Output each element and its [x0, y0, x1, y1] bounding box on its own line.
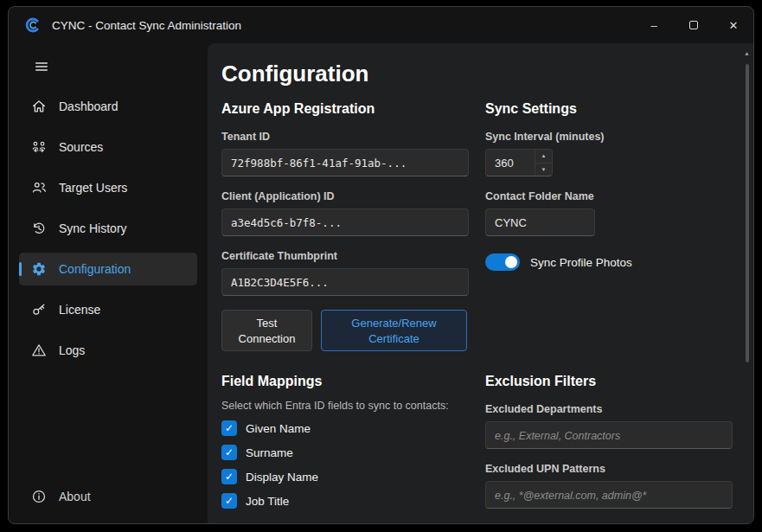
field-job-title[interactable]: ✓ Job Title [221, 491, 469, 510]
close-icon: ✕ [729, 19, 739, 32]
client-id-label: Client (Application) ID [221, 190, 469, 202]
check-icon: ✓ [225, 495, 234, 507]
certificate-thumbprint-label: Certificate Thumbprint [221, 250, 469, 262]
maximize-icon [689, 21, 698, 29]
toggle-knob [505, 256, 517, 268]
page-title: Configuration [221, 61, 731, 87]
field-surname[interactable]: ✓ Surname [221, 443, 469, 462]
section-field-mappings: Field Mappings Select which Entra ID fie… [221, 374, 469, 510]
maximize-button[interactable] [674, 7, 714, 43]
tenant-id-input[interactable] [221, 149, 469, 176]
check-icon: ✓ [225, 446, 234, 458]
checkbox-given-name[interactable]: ✓ [221, 420, 237, 436]
nav-menu: Dashboard Sources Target Users [9, 90, 208, 480]
checkbox-surname[interactable]: ✓ [221, 445, 237, 460]
sync-interval-value: 360 [486, 150, 535, 176]
warning-icon [31, 343, 47, 358]
section-heading: Sync Settings [485, 101, 733, 117]
checkbox-label: Job Title [246, 495, 289, 508]
people-arrows-icon [31, 139, 47, 155]
contact-folder-name-label: Contact Folder Name [485, 190, 733, 202]
excluded-upn-patterns-label: Excluded UPN Patterns [485, 463, 733, 475]
main-content: Configuration Azure App Registration Ten… [208, 43, 753, 523]
vertical-scrollbar[interactable]: ▲ [743, 48, 752, 518]
sidebar-item-label: License [59, 303, 100, 317]
scrollbar-thumb[interactable] [746, 64, 749, 362]
test-connection-button[interactable]: Test Connection [221, 310, 312, 351]
certificate-thumbprint-input[interactable] [221, 268, 469, 296]
checkbox-label: Surname [246, 446, 293, 459]
excluded-departments-input[interactable] [485, 421, 733, 449]
app-window: CYNC - Contact Sync Administration – ✕ [8, 6, 754, 524]
history-icon [31, 221, 47, 236]
sync-interval-stepper[interactable]: 360 ▲ ▼ [485, 149, 553, 176]
sidebar-item-target-users[interactable]: Target Users [19, 171, 197, 204]
key-icon [31, 302, 47, 317]
window-controls: – ✕ [634, 7, 753, 43]
field-mappings-list: ✓ Given Name ✓ Surname ✓ [221, 419, 469, 510]
sidebar-item-label: Dashboard [59, 99, 118, 113]
check-icon: ✓ [225, 471, 234, 483]
sidebar: Dashboard Sources Target Users [9, 43, 208, 523]
sidebar-item-about[interactable]: About [19, 480, 197, 513]
sidebar-item-license[interactable]: License [19, 293, 197, 326]
sidebar-item-label: Sources [59, 140, 103, 154]
hamburger-icon [34, 59, 49, 74]
sync-profile-photos-label: Sync Profile Photos [530, 256, 632, 269]
sidebar-item-dashboard[interactable]: Dashboard [19, 90, 197, 123]
section-heading: Field Mappings [221, 374, 469, 389]
checkbox-job-title[interactable]: ✓ [221, 493, 237, 509]
checkbox-label: Given Name [246, 422, 311, 435]
section-exclusion-filters: Exclusion Filters Excluded Departments E… [485, 374, 733, 509]
generate-renew-certificate-button[interactable]: Generate/Renew Certificate [321, 310, 467, 351]
caret-down-icon: ▼ [541, 167, 547, 172]
section-sync-settings: Sync Settings Sync Interval (minutes) 36… [485, 101, 733, 271]
tenant-id-label: Tenant ID [221, 131, 469, 143]
people-icon [31, 180, 47, 195]
sidebar-item-configuration[interactable]: Configuration [19, 253, 197, 285]
sidebar-item-label: Configuration [59, 262, 131, 276]
contact-folder-name-input[interactable] [485, 208, 595, 236]
sidebar-item-sources[interactable]: Sources [19, 131, 197, 163]
info-icon [31, 489, 47, 504]
checkbox-label: Display Name [246, 471, 318, 484]
window-title: CYNC - Contact Sync Administration [52, 19, 241, 32]
sidebar-item-label: Sync History [59, 221, 127, 235]
scroll-up-icon[interactable]: ▲ [744, 50, 750, 56]
sidebar-item-label: Logs [59, 343, 85, 357]
stepper-down-button[interactable]: ▼ [535, 163, 552, 176]
sidebar-item-label: Target Users [59, 181, 127, 195]
home-icon [31, 99, 47, 114]
sync-interval-label: Sync Interval (minutes) [485, 131, 733, 143]
stepper-up-button[interactable]: ▲ [535, 150, 552, 163]
sync-profile-photos-toggle[interactable] [485, 253, 520, 271]
stepper-buttons: ▲ ▼ [535, 150, 552, 176]
checkbox-display-name[interactable]: ✓ [221, 469, 237, 484]
client-id-input[interactable] [221, 208, 469, 236]
nav-toggle-button[interactable] [28, 54, 55, 80]
field-given-name[interactable]: ✓ Given Name [221, 419, 469, 438]
minimize-icon: – [650, 19, 656, 32]
sidebar-item-label: About [59, 490, 91, 503]
sidebar-item-sync-history[interactable]: Sync History [19, 212, 197, 245]
field-display-name[interactable]: ✓ Display Name [221, 467, 469, 486]
section-heading: Azure App Registration [221, 101, 469, 117]
excluded-departments-label: Excluded Departments [485, 403, 733, 415]
app-logo-icon [24, 16, 42, 34]
field-mappings-description: Select which Entra ID fields to sync to … [221, 400, 469, 412]
sidebar-item-logs[interactable]: Logs [19, 334, 197, 367]
check-icon: ✓ [225, 422, 234, 434]
minimize-button[interactable]: – [634, 7, 674, 43]
gear-icon [31, 261, 47, 277]
close-button[interactable]: ✕ [714, 7, 753, 43]
titlebar: CYNC - Contact Sync Administration – ✕ [9, 7, 753, 43]
section-heading: Exclusion Filters [485, 374, 733, 389]
caret-up-icon: ▲ [541, 153, 547, 158]
excluded-upn-patterns-input[interactable] [485, 481, 733, 509]
section-azure-app-registration: Azure App Registration Tenant ID Client … [221, 101, 469, 351]
